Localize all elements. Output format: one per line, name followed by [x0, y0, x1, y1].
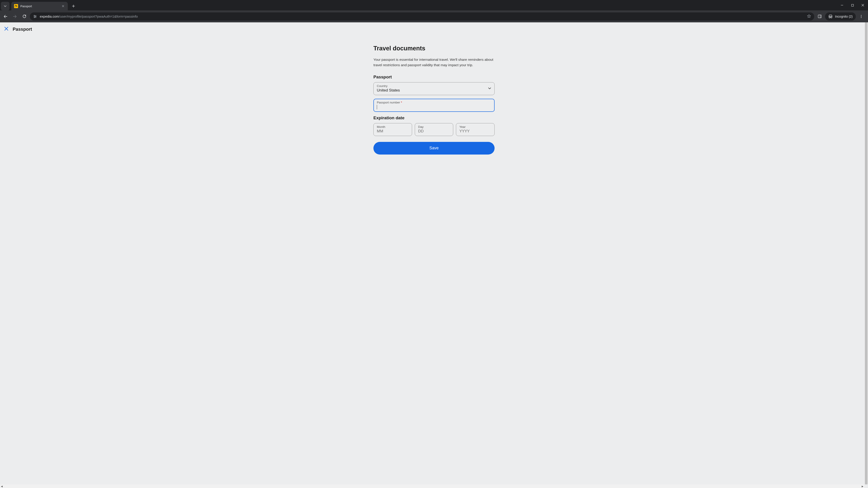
- nav-reload-button[interactable]: [20, 12, 29, 21]
- browser-toolbar: expedia.com/user/myprofile/passport?pwaA…: [0, 10, 868, 22]
- browser-menu-button[interactable]: [857, 12, 865, 21]
- scroll-left-icon[interactable]: ◀: [0, 484, 4, 488]
- page-title: Passport: [13, 27, 32, 32]
- page-close-button[interactable]: [4, 26, 8, 32]
- year-label: Year: [459, 125, 491, 129]
- site-settings-button[interactable]: [33, 14, 37, 19]
- save-button[interactable]: Save: [373, 142, 495, 155]
- svg-point-10: [861, 17, 862, 18]
- year-field[interactable]: Year YYYY: [456, 123, 495, 136]
- month-placeholder: MM: [377, 129, 409, 133]
- day-placeholder: DD: [418, 129, 450, 133]
- country-label: Country: [377, 84, 491, 88]
- vertical-scrollbar[interactable]: [864, 22, 868, 484]
- expiration-row: Month MM Day DD Year YYYY: [373, 123, 495, 136]
- svg-point-2: [35, 16, 36, 17]
- year-placeholder: YYYY: [459, 129, 491, 133]
- minimize-icon: [841, 4, 843, 6]
- text-cursor: [377, 105, 377, 109]
- close-icon: [4, 26, 8, 31]
- svg-point-8: [861, 15, 862, 15]
- browser-tab[interactable]: Passport: [11, 2, 68, 10]
- horizontal-scrollbar[interactable]: ◀ ▶: [0, 484, 864, 488]
- plus-icon: [72, 4, 75, 8]
- window-minimize-button[interactable]: [837, 0, 847, 10]
- incognito-label: Incognito (2): [835, 15, 852, 18]
- nav-forward-button[interactable]: [11, 12, 19, 21]
- incognito-badge[interactable]: Incognito (2): [825, 12, 856, 21]
- tune-icon: [33, 14, 37, 19]
- maximize-icon: [851, 4, 854, 6]
- nav-back-button[interactable]: [1, 12, 9, 21]
- required-mark: *: [401, 101, 402, 104]
- tab-title: Passport: [20, 4, 59, 8]
- tab-search-button[interactable]: [1, 2, 9, 10]
- arrow-right-icon: [13, 14, 17, 19]
- close-icon: [62, 5, 64, 7]
- page-header: Passport: [0, 22, 868, 36]
- incognito-icon: [828, 15, 833, 18]
- passport-section-heading: Passport: [373, 74, 495, 79]
- side-panel-button[interactable]: [815, 12, 824, 21]
- heading: Travel documents: [373, 45, 495, 52]
- svg-point-6: [829, 17, 830, 18]
- arrow-left-icon: [3, 14, 7, 19]
- window-close-button[interactable]: [858, 0, 868, 10]
- country-value: United States: [377, 88, 491, 93]
- tab-close-button[interactable]: [61, 4, 65, 8]
- page-viewport: Passport Travel documents Your passport …: [0, 22, 868, 488]
- kebab-icon: [860, 15, 863, 18]
- svg-rect-0: [851, 4, 854, 6]
- vertical-scrollbar-thumb[interactable]: [865, 22, 868, 484]
- panel-icon: [818, 14, 822, 18]
- subtext: Your passport is essential for internati…: [373, 57, 495, 68]
- month-label: Month: [377, 125, 409, 129]
- svg-rect-4: [818, 15, 821, 18]
- svg-point-7: [831, 17, 832, 18]
- browser-titlebar: Passport: [0, 0, 868, 10]
- chevron-down-icon: [4, 5, 6, 7]
- scroll-right-icon[interactable]: ▶: [861, 484, 864, 488]
- reload-icon: [22, 14, 26, 19]
- form-content: Travel documents Your passport is essent…: [373, 45, 495, 155]
- svg-point-1: [34, 15, 35, 16]
- svg-point-9: [861, 16, 862, 17]
- passport-number-field[interactable]: Passport number *: [373, 99, 495, 112]
- passport-number-value: [377, 105, 491, 109]
- country-select[interactable]: Country United States: [373, 82, 495, 95]
- url-text: expedia.com/user/myprofile/passport?pwaA…: [40, 14, 804, 18]
- star-icon: [807, 14, 811, 18]
- address-bar[interactable]: expedia.com/user/myprofile/passport?pwaA…: [30, 12, 814, 21]
- favicon-icon: [14, 4, 18, 8]
- bookmark-button[interactable]: [807, 14, 811, 19]
- day-label: Day: [418, 125, 450, 129]
- month-field[interactable]: Month MM: [373, 123, 412, 136]
- passport-number-label: Passport number *: [377, 101, 491, 104]
- new-tab-button[interactable]: [70, 3, 77, 9]
- expiration-section-heading: Expiration date: [373, 116, 495, 121]
- day-field[interactable]: Day DD: [415, 123, 454, 136]
- close-icon: [862, 4, 864, 6]
- chevron-down-icon: [488, 87, 491, 91]
- svg-point-3: [34, 17, 35, 18]
- window-controls: [837, 0, 868, 10]
- window-maximize-button[interactable]: [847, 0, 858, 10]
